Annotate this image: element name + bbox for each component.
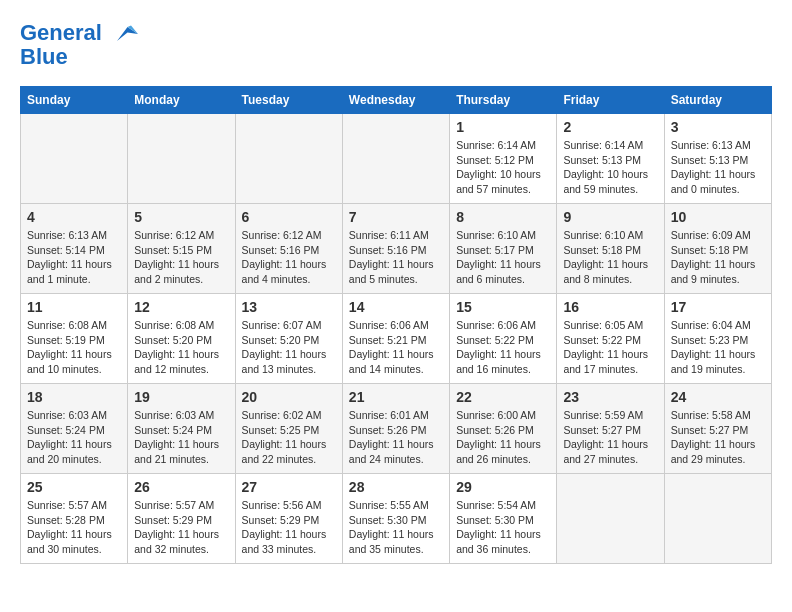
header-day: Thursday <box>450 87 557 114</box>
day-info: Sunrise: 6:08 AM Sunset: 5:20 PM Dayligh… <box>134 318 228 377</box>
day-number: 23 <box>563 389 657 405</box>
day-info: Sunrise: 6:03 AM Sunset: 5:24 PM Dayligh… <box>27 408 121 467</box>
calendar-cell: 28Sunrise: 5:55 AM Sunset: 5:30 PM Dayli… <box>342 474 449 564</box>
day-info: Sunrise: 6:09 AM Sunset: 5:18 PM Dayligh… <box>671 228 765 287</box>
calendar-row: 18Sunrise: 6:03 AM Sunset: 5:24 PM Dayli… <box>21 384 772 474</box>
calendar-table: SundayMondayTuesdayWednesdayThursdayFrid… <box>20 86 772 564</box>
day-number: 25 <box>27 479 121 495</box>
day-info: Sunrise: 6:12 AM Sunset: 5:16 PM Dayligh… <box>242 228 336 287</box>
logo-bird-icon <box>110 20 138 48</box>
day-info: Sunrise: 6:12 AM Sunset: 5:15 PM Dayligh… <box>134 228 228 287</box>
calendar-cell: 9Sunrise: 6:10 AM Sunset: 5:18 PM Daylig… <box>557 204 664 294</box>
day-number: 12 <box>134 299 228 315</box>
calendar-body: 1Sunrise: 6:14 AM Sunset: 5:12 PM Daylig… <box>21 114 772 564</box>
calendar-cell <box>342 114 449 204</box>
day-number: 16 <box>563 299 657 315</box>
day-number: 26 <box>134 479 228 495</box>
day-number: 2 <box>563 119 657 135</box>
calendar-cell <box>557 474 664 564</box>
day-info: Sunrise: 6:08 AM Sunset: 5:19 PM Dayligh… <box>27 318 121 377</box>
day-number: 15 <box>456 299 550 315</box>
day-info: Sunrise: 6:11 AM Sunset: 5:16 PM Dayligh… <box>349 228 443 287</box>
calendar-cell: 22Sunrise: 6:00 AM Sunset: 5:26 PM Dayli… <box>450 384 557 474</box>
day-info: Sunrise: 6:10 AM Sunset: 5:18 PM Dayligh… <box>563 228 657 287</box>
day-info: Sunrise: 6:13 AM Sunset: 5:13 PM Dayligh… <box>671 138 765 197</box>
day-info: Sunrise: 6:13 AM Sunset: 5:14 PM Dayligh… <box>27 228 121 287</box>
calendar-cell: 7Sunrise: 6:11 AM Sunset: 5:16 PM Daylig… <box>342 204 449 294</box>
calendar-cell: 21Sunrise: 6:01 AM Sunset: 5:26 PM Dayli… <box>342 384 449 474</box>
day-info: Sunrise: 6:03 AM Sunset: 5:24 PM Dayligh… <box>134 408 228 467</box>
day-info: Sunrise: 5:55 AM Sunset: 5:30 PM Dayligh… <box>349 498 443 557</box>
calendar-cell: 2Sunrise: 6:14 AM Sunset: 5:13 PM Daylig… <box>557 114 664 204</box>
day-number: 9 <box>563 209 657 225</box>
day-number: 6 <box>242 209 336 225</box>
day-number: 24 <box>671 389 765 405</box>
day-number: 17 <box>671 299 765 315</box>
day-number: 7 <box>349 209 443 225</box>
day-info: Sunrise: 6:14 AM Sunset: 5:13 PM Dayligh… <box>563 138 657 197</box>
day-info: Sunrise: 6:10 AM Sunset: 5:17 PM Dayligh… <box>456 228 550 287</box>
calendar-cell: 20Sunrise: 6:02 AM Sunset: 5:25 PM Dayli… <box>235 384 342 474</box>
calendar-cell: 25Sunrise: 5:57 AM Sunset: 5:28 PM Dayli… <box>21 474 128 564</box>
day-info: Sunrise: 6:04 AM Sunset: 5:23 PM Dayligh… <box>671 318 765 377</box>
calendar-cell: 8Sunrise: 6:10 AM Sunset: 5:17 PM Daylig… <box>450 204 557 294</box>
calendar-cell <box>21 114 128 204</box>
calendar-row: 25Sunrise: 5:57 AM Sunset: 5:28 PM Dayli… <box>21 474 772 564</box>
header-day: Saturday <box>664 87 771 114</box>
day-info: Sunrise: 6:06 AM Sunset: 5:22 PM Dayligh… <box>456 318 550 377</box>
day-info: Sunrise: 5:54 AM Sunset: 5:30 PM Dayligh… <box>456 498 550 557</box>
calendar-cell: 19Sunrise: 6:03 AM Sunset: 5:24 PM Dayli… <box>128 384 235 474</box>
day-info: Sunrise: 6:02 AM Sunset: 5:25 PM Dayligh… <box>242 408 336 467</box>
day-info: Sunrise: 5:56 AM Sunset: 5:29 PM Dayligh… <box>242 498 336 557</box>
calendar-header: SundayMondayTuesdayWednesdayThursdayFrid… <box>21 87 772 114</box>
day-info: Sunrise: 5:57 AM Sunset: 5:29 PM Dayligh… <box>134 498 228 557</box>
calendar-cell: 13Sunrise: 6:07 AM Sunset: 5:20 PM Dayli… <box>235 294 342 384</box>
calendar-cell: 27Sunrise: 5:56 AM Sunset: 5:29 PM Dayli… <box>235 474 342 564</box>
day-info: Sunrise: 6:06 AM Sunset: 5:21 PM Dayligh… <box>349 318 443 377</box>
day-number: 27 <box>242 479 336 495</box>
day-info: Sunrise: 5:59 AM Sunset: 5:27 PM Dayligh… <box>563 408 657 467</box>
day-number: 14 <box>349 299 443 315</box>
calendar-cell <box>235 114 342 204</box>
day-info: Sunrise: 6:00 AM Sunset: 5:26 PM Dayligh… <box>456 408 550 467</box>
day-number: 19 <box>134 389 228 405</box>
day-number: 11 <box>27 299 121 315</box>
calendar-cell: 14Sunrise: 6:06 AM Sunset: 5:21 PM Dayli… <box>342 294 449 384</box>
day-info: Sunrise: 6:05 AM Sunset: 5:22 PM Dayligh… <box>563 318 657 377</box>
calendar-cell: 16Sunrise: 6:05 AM Sunset: 5:22 PM Dayli… <box>557 294 664 384</box>
day-info: Sunrise: 6:01 AM Sunset: 5:26 PM Dayligh… <box>349 408 443 467</box>
day-number: 22 <box>456 389 550 405</box>
calendar-cell: 5Sunrise: 6:12 AM Sunset: 5:15 PM Daylig… <box>128 204 235 294</box>
day-info: Sunrise: 5:57 AM Sunset: 5:28 PM Dayligh… <box>27 498 121 557</box>
calendar-cell: 3Sunrise: 6:13 AM Sunset: 5:13 PM Daylig… <box>664 114 771 204</box>
calendar-cell: 18Sunrise: 6:03 AM Sunset: 5:24 PM Dayli… <box>21 384 128 474</box>
calendar-cell <box>128 114 235 204</box>
day-number: 29 <box>456 479 550 495</box>
day-number: 5 <box>134 209 228 225</box>
calendar-cell: 11Sunrise: 6:08 AM Sunset: 5:19 PM Dayli… <box>21 294 128 384</box>
day-number: 10 <box>671 209 765 225</box>
calendar-cell: 26Sunrise: 5:57 AM Sunset: 5:29 PM Dayli… <box>128 474 235 564</box>
calendar-cell <box>664 474 771 564</box>
calendar-cell: 15Sunrise: 6:06 AM Sunset: 5:22 PM Dayli… <box>450 294 557 384</box>
calendar-row: 4Sunrise: 6:13 AM Sunset: 5:14 PM Daylig… <box>21 204 772 294</box>
calendar-row: 1Sunrise: 6:14 AM Sunset: 5:12 PM Daylig… <box>21 114 772 204</box>
calendar-cell: 1Sunrise: 6:14 AM Sunset: 5:12 PM Daylig… <box>450 114 557 204</box>
header-row: SundayMondayTuesdayWednesdayThursdayFrid… <box>21 87 772 114</box>
day-number: 3 <box>671 119 765 135</box>
header-day: Tuesday <box>235 87 342 114</box>
header-day: Sunday <box>21 87 128 114</box>
calendar-cell: 24Sunrise: 5:58 AM Sunset: 5:27 PM Dayli… <box>664 384 771 474</box>
day-number: 28 <box>349 479 443 495</box>
page-header: General Blue <box>20 20 772 70</box>
day-number: 20 <box>242 389 336 405</box>
day-info: Sunrise: 5:58 AM Sunset: 5:27 PM Dayligh… <box>671 408 765 467</box>
day-number: 4 <box>27 209 121 225</box>
day-number: 8 <box>456 209 550 225</box>
day-number: 21 <box>349 389 443 405</box>
svg-marker-0 <box>117 27 138 41</box>
calendar-cell: 29Sunrise: 5:54 AM Sunset: 5:30 PM Dayli… <box>450 474 557 564</box>
calendar-cell: 4Sunrise: 6:13 AM Sunset: 5:14 PM Daylig… <box>21 204 128 294</box>
calendar-cell: 23Sunrise: 5:59 AM Sunset: 5:27 PM Dayli… <box>557 384 664 474</box>
day-info: Sunrise: 6:14 AM Sunset: 5:12 PM Dayligh… <box>456 138 550 197</box>
